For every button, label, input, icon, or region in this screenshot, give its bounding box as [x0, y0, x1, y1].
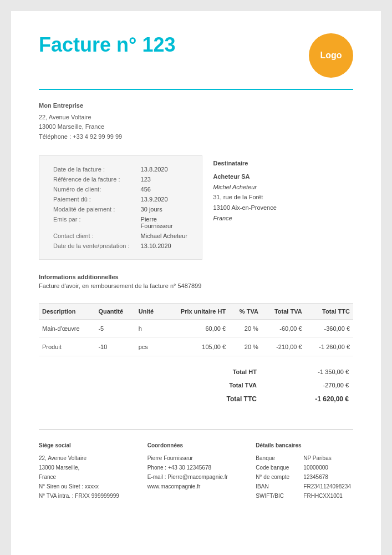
- table-cell: pcs: [135, 338, 163, 356]
- invoice-detail-row: Numéro de client:456: [50, 184, 191, 194]
- detail-label: Date de la facture :: [50, 164, 138, 174]
- footer-coordonnees: Coordonnées Pierre Fournisseur Phone : +…: [147, 441, 245, 501]
- detail-value: 13.9.2020: [138, 194, 191, 204]
- middle-section: Date de la facture :13.8.2020Référence d…: [39, 155, 353, 260]
- recipient-country: France: [213, 213, 354, 224]
- invoice-detail-row: Date de la facture :13.8.2020: [50, 164, 191, 174]
- table-column-header: Prix unitaire HT: [163, 304, 229, 320]
- footer: Siège social 22, Avenue Voltaire 13000 M…: [39, 441, 353, 501]
- table-cell: h: [135, 320, 163, 338]
- footer-coord-line3: E-mail : Pierre@macompagnie.fr: [147, 472, 245, 482]
- detail-label: Emis par :: [50, 214, 138, 231]
- total-ht-row: Total HT -1 350,00 €: [177, 366, 352, 378]
- footer-banque-row: N° de compte12345678: [256, 472, 353, 482]
- table-row: Produit-10pcs105,00 €20 %-210,00 €-1 260…: [39, 338, 353, 356]
- total-ht-value: -1 350,00 €: [261, 366, 352, 378]
- invoice-title: Facture n° 123: [39, 33, 176, 57]
- table-cell: 105,00 €: [163, 338, 229, 356]
- table-column-header: Total TTC: [306, 304, 353, 320]
- banque-label: SWIFT/BIC: [256, 491, 300, 501]
- header-divider: [39, 89, 353, 90]
- invoice-detail-row: Référence de la facture :123: [50, 174, 191, 184]
- detail-label: Paiement dû :: [50, 194, 138, 204]
- total-ttc-label: Total TTC: [177, 392, 260, 406]
- company-address1: 22, Avenue Voltaire: [39, 113, 353, 123]
- detail-value: Michael Acheteur: [138, 231, 191, 241]
- company-address2: 13000 Marseille, France: [39, 122, 353, 132]
- recipient-contact: Michel Acheteur: [213, 182, 354, 193]
- total-ttc-row: Total TTC -1 620,00 €: [177, 392, 352, 406]
- detail-value: 13.10.2020: [138, 241, 191, 251]
- table-cell: 60,00 €: [163, 320, 229, 338]
- invoice-details-box: Date de la facture :13.8.2020Référence d…: [39, 155, 202, 260]
- detail-label: Modalité de paiement :: [50, 204, 138, 214]
- items-table-header: DescriptionQuantitéUnitéPrix unitaire HT…: [39, 304, 353, 320]
- additional-text: Facture d'avoir, en remboursement de la …: [39, 282, 353, 289]
- footer-divider: [39, 429, 353, 430]
- table-column-header: Quantité: [95, 304, 135, 320]
- items-table-body: Main-d'œuvre-5h60,00 €20 %-60,00 €-360,0…: [39, 320, 353, 356]
- total-tva-row: Total TVA -270,00 €: [177, 379, 352, 391]
- footer-siege-line3: France: [39, 472, 136, 482]
- items-table: DescriptionQuantitéUnitéPrix unitaire HT…: [39, 303, 353, 356]
- detail-value: Pierre Fournisseur: [138, 214, 191, 231]
- company-info: Mon Entreprise 22, Avenue Voltaire 13000…: [39, 101, 353, 142]
- table-column-header: Unité: [135, 304, 163, 320]
- footer-banque: Détails bancaires BanqueNP ParibasCode b…: [256, 441, 353, 501]
- detail-value: 30 jours: [138, 204, 191, 214]
- banque-label: Banque: [256, 453, 300, 463]
- banque-label: Code banque: [256, 463, 300, 472]
- banque-value: FRHHCXX1001: [303, 491, 343, 501]
- detail-value: 456: [138, 184, 191, 194]
- footer-siege-line2: 13000 Marseille,: [39, 463, 136, 472]
- table-column-header: Description: [39, 304, 95, 320]
- table-cell: -1 260,00 €: [306, 338, 353, 356]
- header: Facture n° 123 Logo: [39, 33, 353, 78]
- table-cell: -10: [95, 338, 135, 356]
- table-cell: Produit: [39, 338, 95, 356]
- footer-banque-row: Code banque10000000: [256, 463, 353, 472]
- recipient-company: Acheteur SA: [213, 171, 354, 182]
- footer-banque-row: BanqueNP Paribas: [256, 453, 353, 463]
- table-cell: -5: [95, 320, 135, 338]
- detail-label: Référence de la facture :: [50, 174, 138, 184]
- total-tva-value: -270,00 €: [261, 379, 352, 391]
- detail-label: Numéro de client:: [50, 184, 138, 194]
- invoice-detail-row: Emis par :Pierre Fournisseur: [50, 214, 191, 231]
- detail-label: Contact client :: [50, 231, 138, 241]
- invoice-detail-row: Modalité de paiement :30 jours: [50, 204, 191, 214]
- total-ttc-value: -1 620,00 €: [261, 392, 352, 406]
- logo-circle: Logo: [309, 33, 353, 78]
- banque-value: 12345678: [303, 472, 328, 482]
- company-phone: Téléphone : +33 4 92 99 99 99: [39, 132, 353, 142]
- company-name: Mon Entreprise: [39, 101, 353, 111]
- recipient-title: Destinataire: [213, 158, 354, 169]
- footer-banque-title: Détails bancaires: [256, 441, 353, 450]
- banque-label: N° de compte: [256, 472, 300, 482]
- banque-label: IBAN: [256, 482, 300, 491]
- recipient-address2: 13100 Aix-en-Provence: [213, 203, 354, 213]
- footer-siege-title: Siège social: [39, 441, 136, 450]
- footer-siege-line5: N° TVA intra. : FRXX 999999999: [39, 491, 136, 501]
- table-column-header: Total TVA: [262, 304, 306, 320]
- footer-banque-row: SWIFT/BICFRHHCXX1001: [256, 491, 353, 501]
- total-ht-label: Total HT: [177, 366, 260, 378]
- additional-title: Informations additionnelles: [39, 274, 353, 280]
- footer-siege: Siège social 22, Avenue Voltaire 13000 M…: [39, 441, 136, 501]
- additional-info: Informations additionnelles Facture d'av…: [39, 274, 353, 289]
- invoice-detail-row: Date de la vente/prestation :13.10.2020: [50, 241, 191, 251]
- table-row: Main-d'œuvre-5h60,00 €20 %-60,00 €-360,0…: [39, 320, 353, 338]
- table-cell: 20 %: [229, 320, 262, 338]
- invoice-page: Facture n° 123 Logo Mon Entreprise 22, A…: [11, 11, 381, 555]
- banque-value: FR2341124098234: [303, 482, 351, 491]
- table-cell: 20 %: [229, 338, 262, 356]
- totals-table: Total HT -1 350,00 € Total TVA -270,00 €…: [176, 365, 353, 407]
- footer-coord-line4: www.macompagnie.fr: [147, 482, 245, 491]
- invoice-detail-row: Paiement dû :13.9.2020: [50, 194, 191, 204]
- banque-value: NP Paribas: [303, 453, 331, 463]
- totals-section: Total HT -1 350,00 € Total TVA -270,00 €…: [39, 365, 353, 407]
- detail-value: 123: [138, 174, 191, 184]
- total-tva-label: Total TVA: [177, 379, 260, 391]
- footer-siege-line1: 22, Avenue Voltaire: [39, 453, 136, 463]
- footer-coord-line1: Pierre Fournisseur: [147, 453, 245, 463]
